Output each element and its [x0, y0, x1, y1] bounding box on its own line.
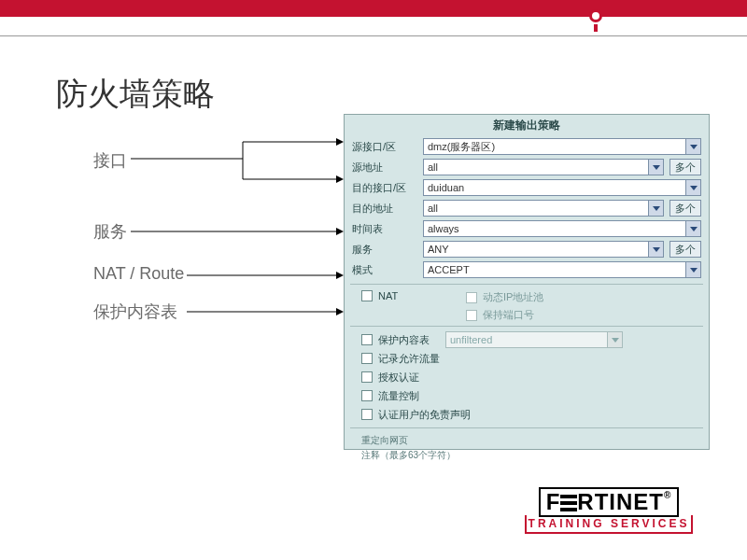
- row-schedule: 时间表 always: [345, 218, 709, 239]
- logo-brand: FRTINET®: [539, 487, 680, 517]
- chevron-down-icon: [685, 262, 700, 277]
- svg-marker-11: [336, 308, 344, 315]
- row-protection-profile: 保护内容表 unfiltered: [345, 330, 709, 349]
- checkbox-nat[interactable]: [361, 290, 373, 301]
- row-src-addr: 源地址 all 多个: [345, 157, 709, 177]
- select-dst-if[interactable]: duiduan: [423, 179, 701, 196]
- label-src-if: 源接口/区: [352, 140, 417, 154]
- panel-divider: [350, 427, 703, 428]
- row-log-allowed: 记录允许流量: [345, 349, 709, 368]
- label-action: 模式: [352, 263, 417, 277]
- svg-marker-7: [336, 228, 344, 235]
- slide-header-strip: [0, 0, 747, 28]
- label-shaping: 流量控制: [378, 389, 419, 403]
- checkbox-auth[interactable]: [361, 371, 373, 383]
- chevron-down-icon: [648, 160, 663, 175]
- annotation-profile: 保护内容表: [93, 301, 177, 323]
- label-src-addr: 源地址: [352, 161, 417, 175]
- logo-bars-icon: [560, 495, 577, 511]
- chevron-down-icon: [648, 242, 663, 257]
- multi-button-service[interactable]: 多个: [669, 241, 701, 258]
- arrow-service: [131, 222, 345, 241]
- page-title: 防火墙策略: [56, 73, 215, 116]
- select-dst-addr[interactable]: all: [423, 200, 664, 217]
- row-dst-interface: 目的接口/区 duiduan: [345, 177, 709, 198]
- arrow-interface: [131, 131, 345, 196]
- label-nat: NAT: [378, 290, 398, 301]
- checkbox-keep-port[interactable]: [466, 310, 477, 321]
- annotation-nat: NAT / Route: [93, 264, 184, 284]
- select-src-if[interactable]: dmz(服务器区): [423, 138, 701, 155]
- policy-form-panel: 新建输出策略 源接口/区 dmz(服务器区) 源地址 all 多个 目的接口/区…: [344, 114, 710, 450]
- panel-divider: [350, 326, 703, 327]
- annotation-service: 服务: [93, 220, 127, 243]
- svg-marker-4: [336, 138, 344, 146]
- select-src-addr[interactable]: all: [423, 159, 664, 175]
- label-comment-hint: 注释（最多63个字符）: [345, 447, 709, 462]
- label-auth: 授权认证: [378, 371, 419, 385]
- label-schedule: 时间表: [352, 222, 417, 236]
- annotation-interface: 接口: [93, 149, 127, 172]
- panel-title: 新建输出策略: [345, 115, 709, 136]
- chevron-down-icon: [648, 201, 663, 216]
- row-service: 服务 ANY 多个: [345, 239, 709, 259]
- label-dyn-ip: 动态IP地址池: [483, 290, 543, 304]
- row-traffic-shaping: 流量控制: [345, 386, 709, 405]
- row-src-interface: 源接口/区 dmz(服务器区): [345, 136, 709, 157]
- row-dst-addr: 目的地址 all 多个: [345, 198, 709, 218]
- svg-marker-9: [336, 272, 344, 279]
- chevron-down-icon: [685, 180, 700, 195]
- label-dst-addr: 目的地址: [352, 202, 417, 216]
- arrow-profile: [187, 302, 345, 321]
- label-keep-port: 保持端口号: [483, 308, 534, 322]
- label-disclaimer: 认证用户的免责声明: [378, 408, 471, 422]
- checkbox-shaping[interactable]: [361, 390, 373, 401]
- label-dst-if: 目的接口/区: [352, 181, 417, 195]
- row-action: 模式 ACCEPT: [345, 259, 709, 280]
- select-schedule[interactable]: always: [423, 220, 701, 237]
- checkbox-dyn-ip[interactable]: [466, 292, 477, 303]
- chevron-down-icon: [685, 221, 700, 236]
- chevron-down-icon: [607, 332, 622, 347]
- checkbox-disclaimer[interactable]: [361, 409, 373, 420]
- checkbox-profile[interactable]: [361, 334, 373, 345]
- decoration-circle-icon: [589, 9, 602, 22]
- svg-marker-5: [336, 175, 344, 183]
- nat-section: NAT 动态IP地址池 保持端口号: [345, 288, 709, 322]
- row-auth: 授权认证: [345, 368, 709, 386]
- multi-button-src-addr[interactable]: 多个: [669, 159, 701, 175]
- row-disclaimer: 认证用户的免责声明: [345, 405, 709, 424]
- select-action[interactable]: ACCEPT: [423, 261, 701, 278]
- label-profile: 保护内容表: [378, 333, 440, 347]
- multi-button-dst-addr[interactable]: 多个: [669, 200, 701, 217]
- arrow-nat: [187, 266, 345, 285]
- select-profile[interactable]: unfiltered: [445, 331, 623, 348]
- logo-subtitle: TRAINING SERVICES: [525, 515, 693, 534]
- panel-divider: [350, 284, 703, 285]
- select-service[interactable]: ANY: [423, 241, 664, 258]
- fortinet-logo: FRTINET® TRAINING SERVICES: [525, 487, 693, 534]
- label-log: 记录允许流量: [378, 352, 440, 366]
- header-divider: [0, 35, 747, 36]
- label-service: 服务: [352, 243, 417, 257]
- chevron-down-icon: [685, 139, 700, 154]
- checkbox-log[interactable]: [361, 353, 373, 364]
- label-redirect: 重定向网页: [345, 432, 709, 447]
